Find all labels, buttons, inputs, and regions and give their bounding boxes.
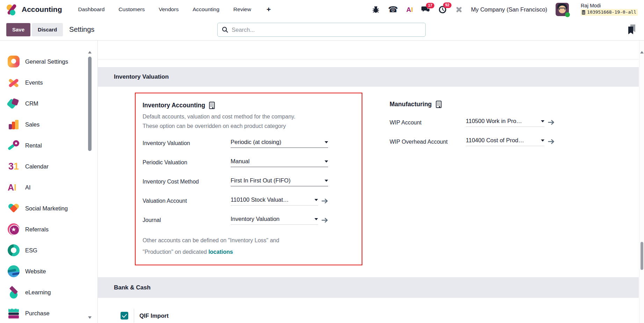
qif-import-label: QIF Import: [139, 313, 168, 319]
sidebar-item-general-settings[interactable]: General Settings: [0, 51, 97, 72]
field-row-inventory-cost-method: Inventory Cost Method First In First Out…: [143, 177, 355, 187]
esg-icon: [8, 244, 20, 256]
field-label: Valuation Account: [143, 198, 231, 204]
nav-item-accounting[interactable]: Accounting: [193, 6, 219, 13]
page-title: Settings: [69, 26, 94, 34]
chevron-down-icon: [541, 120, 544, 122]
sidebar-item-rental[interactable]: Rental: [0, 135, 97, 156]
company-switcher[interactable]: My Company (San Francisco): [471, 6, 547, 13]
internal-link-arrow-icon[interactable]: [321, 199, 328, 203]
sidebar-item-sales[interactable]: Sales: [0, 114, 97, 135]
control-panel: Save Discard Settings: [0, 19, 644, 41]
accounting-app-logo-icon: [6, 4, 17, 15]
sidebar-item-referrals[interactable]: ★ Referrals: [0, 219, 97, 240]
social-marketing-icon: [8, 202, 20, 214]
referrals-icon: ★: [8, 223, 20, 235]
sidebar-item-ai[interactable]: AI AI: [0, 177, 97, 198]
internal-link-arrow-icon[interactable]: [548, 120, 555, 125]
sales-icon: [8, 119, 20, 130]
activities-count-badge: 92: [443, 2, 451, 8]
crm-icon: [8, 98, 20, 109]
ai-icon[interactable]: AI: [406, 6, 413, 13]
settings-content: Inventory Valuation Inventory Accounting: [98, 41, 644, 323]
activities-clock-icon[interactable]: 92: [439, 6, 447, 14]
internal-link-arrow-icon[interactable]: [548, 139, 555, 144]
inventory-accounting-note: Other accounts can be defined on "Invent…: [143, 235, 355, 258]
calendar-icon: 31: [8, 160, 20, 172]
general-settings-icon: [8, 56, 20, 67]
periodic-valuation-select[interactable]: Manual: [231, 158, 328, 167]
nav-item-vendors[interactable]: Vendors: [159, 6, 179, 13]
elearning-icon: [8, 286, 20, 298]
scroll-up-icon[interactable]: [88, 51, 92, 53]
database-icon: [581, 10, 586, 15]
main-scroll-thumb[interactable]: [641, 242, 643, 270]
field-row-valuation-account: Valuation Account 110100 Stock Valuat…: [143, 196, 355, 206]
main-menu: Dashboard Customers Vendors Accounting R…: [78, 5, 271, 14]
nav-item-dashboard[interactable]: Dashboard: [78, 6, 105, 13]
purchase-icon: [8, 307, 20, 319]
enterprise-building-icon: [209, 102, 215, 109]
user-menu[interactable]: Raj Modi 103951668-19-0-all: [581, 2, 638, 16]
nav-item-customers[interactable]: Customers: [118, 6, 145, 13]
user-avatar[interactable]: [556, 3, 569, 16]
section-header-inventory-valuation: Inventory Valuation: [98, 67, 639, 87]
nav-item-review[interactable]: Review: [233, 6, 251, 13]
field-row-periodic-valuation: Periodic Valuation Manual: [143, 158, 355, 167]
sidebar-item-events[interactable]: Events: [0, 72, 97, 93]
sidebar-item-esg[interactable]: ESG: [0, 240, 97, 261]
tools-icon[interactable]: [455, 6, 463, 13]
field-row-inventory-valuation: Inventory Valuation Periodic (at closing…: [143, 138, 355, 148]
sidebar-item-calendar[interactable]: 31 Calendar: [0, 156, 97, 177]
settings-sidebar: General Settings Events CRM Sales Rental…: [0, 41, 98, 323]
sidebar-scroll-thumb[interactable]: [88, 57, 92, 151]
sidebar-item-purchase[interactable]: Purchase: [0, 303, 97, 323]
field-label: Journal: [143, 217, 231, 223]
systray: ☎ AI 17 92 My Company (San Francisco) Ra…: [372, 2, 638, 16]
app-switcher[interactable]: Accounting: [6, 4, 62, 15]
chevron-down-icon: [325, 160, 328, 163]
field-label: WIP Overhead Account: [390, 137, 449, 146]
section-header-bank-cash: Bank & Cash: [98, 277, 639, 298]
search-bar[interactable]: [217, 23, 426, 37]
journal-field[interactable]: Inventory Valuation: [231, 216, 318, 225]
save-button[interactable]: Save: [6, 23, 30, 36]
field-row-wip-overhead-account: WIP Overhead Account 110400 Cost of Prod…: [390, 137, 585, 146]
scroll-down-icon[interactable]: [88, 316, 92, 319]
qif-import-checkbox[interactable]: [121, 312, 128, 320]
chevron-down-icon: [314, 199, 318, 201]
wip-overhead-account-field[interactable]: 110400 Cost of Prod…: [466, 137, 544, 146]
events-icon: [8, 77, 20, 88]
chevron-down-icon: [314, 218, 318, 220]
voip-phone-icon[interactable]: ☎: [388, 6, 398, 14]
internal-link-arrow-icon[interactable]: [321, 218, 328, 223]
qif-import-option: QIF Import: [121, 308, 168, 323]
scroll-up-icon[interactable]: [640, 51, 644, 53]
locations-link[interactable]: locations: [208, 249, 233, 255]
sidebar-item-elearning[interactable]: eLearning: [0, 282, 97, 303]
sidebar-item-website[interactable]: Website: [0, 261, 97, 282]
discard-button[interactable]: Discard: [32, 23, 63, 36]
section-divider: [98, 59, 639, 59]
inventory-valuation-select[interactable]: Periodic (at closing): [231, 139, 328, 148]
manufacturing-block: Manufacturing WIP Account: [390, 101, 585, 146]
app-name[interactable]: Accounting: [22, 5, 62, 14]
messages-chat-icon[interactable]: 17: [421, 6, 430, 13]
bookmark-icon[interactable]: [627, 24, 636, 35]
sidebar-item-crm[interactable]: CRM: [0, 93, 97, 114]
top-navbar: Accounting Dashboard Customers Vendors A…: [0, 0, 644, 19]
main-scrollbar[interactable]: [639, 41, 644, 323]
inventory-cost-method-select[interactable]: First In First Out (FIFO): [231, 177, 328, 186]
search-input[interactable]: [232, 27, 421, 33]
inventory-accounting-subtitle: Default accounts, valuation and cost met…: [143, 112, 355, 121]
field-label: Inventory Valuation: [143, 140, 231, 146]
enterprise-building-icon: [435, 101, 442, 108]
field-label: Inventory Cost Method: [143, 179, 231, 185]
database-badge: 103951668-19-0-all: [581, 9, 638, 15]
wip-account-field[interactable]: 110500 Work in Pro…: [466, 118, 544, 127]
debug-bug-icon[interactable]: [372, 6, 379, 13]
plus-menu-icon[interactable]: +: [267, 5, 271, 14]
sidebar-item-social-marketing[interactable]: Social Marketing: [0, 198, 97, 219]
sidebar-scrollbar[interactable]: [88, 50, 92, 320]
valuation-account-field[interactable]: 110100 Stock Valuat…: [231, 196, 318, 206]
